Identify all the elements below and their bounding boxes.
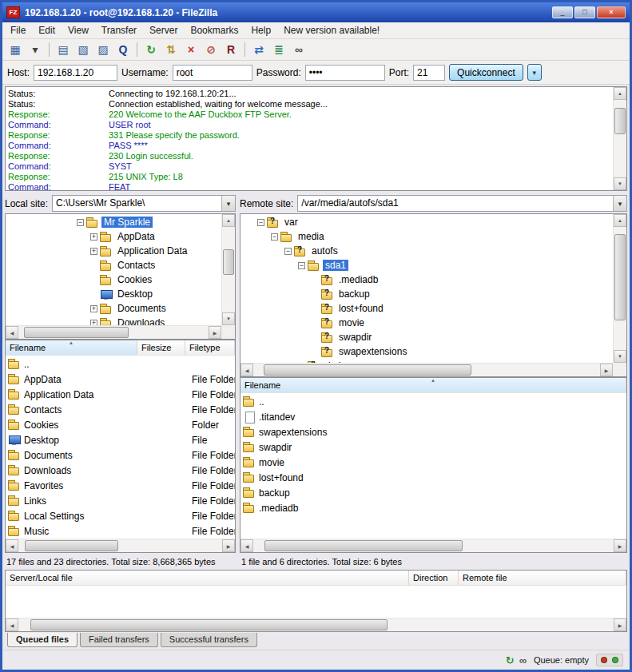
process-queue-icon[interactable]: ⇅	[161, 41, 181, 58]
site-manager-dropdown-icon[interactable]: ▾	[26, 41, 45, 58]
queue-hscroll[interactable]	[6, 618, 626, 631]
column-header-filename[interactable]: Filename▴	[6, 340, 137, 355]
local-tree-item[interactable]: Contacts	[6, 258, 221, 272]
toggle-local-tree-icon[interactable]: ▧	[74, 41, 93, 58]
scroll-left-button[interactable]	[6, 618, 18, 631]
port-input[interactable]	[413, 65, 445, 81]
toggle-remote-tree-icon[interactable]: ▨	[93, 41, 113, 58]
minimize-button[interactable]: _	[552, 6, 573, 18]
username-input[interactable]	[173, 65, 252, 81]
sync-browsing-status-icon[interactable]: ∞	[519, 654, 527, 666]
menu-item-new-version-available-[interactable]: New version available!	[277, 23, 386, 38]
scrollbar-thumb[interactable]	[264, 540, 463, 551]
tab-failed-transfers[interactable]: Failed transfers	[80, 633, 158, 647]
remote-tree-item[interactable]: ?movie	[240, 316, 613, 330]
remote-file-row[interactable]: .mediadb	[240, 500, 626, 515]
local-tree-vscroll[interactable]	[221, 214, 235, 325]
directory-comparison-icon[interactable]: ≣	[269, 41, 288, 58]
column-header-remote-file[interactable]: Remote file	[459, 571, 626, 585]
column-header-filesize[interactable]: Filesize	[137, 340, 185, 355]
close-button[interactable]: ×	[597, 6, 626, 18]
message-log-scrollbar[interactable]	[613, 87, 626, 190]
remote-tree-vscroll[interactable]	[613, 214, 626, 363]
column-header-filename[interactable]: Filename▴	[240, 378, 626, 392]
remote-tree-item[interactable]: ?.mediadb	[240, 272, 613, 287]
remote-list-hscroll[interactable]	[240, 539, 626, 552]
title-bar[interactable]: FZ 192.168.1.20 - root@192.168.1.20 - Fi…	[2, 2, 630, 22]
local-file-row[interactable]: ContactsFile Folder	[6, 402, 235, 417]
scroll-up-button[interactable]	[222, 214, 235, 227]
remote-file-row[interactable]: .titandev	[240, 409, 626, 424]
password-input[interactable]	[305, 65, 385, 81]
column-header-server-local-file[interactable]: Server/Local file	[6, 571, 409, 585]
collapse-box[interactable]: −	[284, 248, 292, 255]
remote-file-row[interactable]: ..	[240, 394, 626, 409]
cancel-icon[interactable]: ×	[181, 41, 201, 58]
host-input[interactable]	[34, 65, 117, 81]
local-tree-item[interactable]: +Application Data	[6, 244, 221, 258]
maximize-button[interactable]: □	[574, 6, 595, 18]
site-manager-icon[interactable]: ▦	[6, 41, 25, 58]
column-header-direction[interactable]: Direction	[409, 571, 459, 585]
local-tree-item[interactable]: +Documents	[6, 301, 221, 316]
local-tree-item[interactable]: Cookies	[6, 272, 221, 287]
local-tree-hscroll[interactable]	[6, 325, 221, 339]
expand-box[interactable]: +	[90, 320, 97, 326]
scrollbar-thumb[interactable]	[30, 619, 388, 630]
menu-item-help[interactable]: Help	[244, 23, 277, 38]
menu-item-view[interactable]: View	[62, 23, 95, 38]
local-site-combo[interactable]: C:\Users\Mr Sparkle\	[52, 195, 236, 212]
local-file-row[interactable]: CookiesFolder	[6, 417, 235, 432]
scroll-right-button[interactable]	[600, 364, 613, 376]
find-files-icon[interactable]: ∞	[289, 41, 308, 58]
local-file-row[interactable]: MusicFile Folder	[6, 523, 235, 539]
synchronized-browsing-icon[interactable]: ⇄	[249, 41, 268, 58]
quickconnect-dropdown-button[interactable]	[527, 64, 542, 81]
scroll-down-button[interactable]	[614, 177, 626, 190]
scrollbar-thumb[interactable]	[25, 540, 118, 551]
menu-item-transfer[interactable]: Transfer	[95, 23, 143, 38]
toggle-transfer-queue-icon[interactable]: Q	[113, 41, 133, 58]
local-file-row[interactable]: DesktopFile	[6, 432, 235, 447]
scrollbar-thumb[interactable]	[223, 249, 234, 275]
local-file-row[interactable]: ..	[6, 356, 235, 372]
column-header-filetype[interactable]: Filetype	[185, 340, 235, 355]
remote-tree-hscroll[interactable]	[240, 363, 613, 376]
scroll-left-button[interactable]	[240, 539, 253, 552]
scroll-up-button[interactable]	[614, 87, 626, 100]
remote-tree-item[interactable]: −?autofs	[240, 244, 613, 258]
scroll-down-button[interactable]	[614, 350, 626, 363]
menu-item-edit[interactable]: Edit	[32, 23, 62, 38]
scroll-down-button[interactable]	[222, 312, 235, 325]
local-tree-item[interactable]: −Mr Sparkle	[6, 215, 221, 229]
scroll-right-button[interactable]	[614, 539, 626, 552]
collapse-box[interactable]: −	[298, 262, 305, 269]
local-list-hscroll[interactable]	[6, 539, 235, 552]
scrollbar-thumb[interactable]	[614, 234, 626, 320]
scroll-left-button[interactable]	[6, 539, 18, 552]
expand-box[interactable]: +	[90, 305, 97, 312]
scrollbar-thumb[interactable]	[614, 108, 626, 134]
remote-file-row[interactable]: swapextensions	[240, 424, 626, 439]
scrollbar-thumb[interactable]	[24, 327, 129, 338]
remote-tree-item[interactable]: ?swapextensions	[240, 344, 613, 359]
local-file-row[interactable]: Local SettingsFile Folder	[6, 508, 235, 523]
remote-tree-item[interactable]: −media	[240, 229, 613, 244]
local-file-row[interactable]: LinksFile Folder	[6, 493, 235, 508]
tab-successful-transfers[interactable]: Successful transfers	[161, 633, 257, 647]
remote-file-row[interactable]: swapdir	[240, 439, 626, 455]
remote-site-combo[interactable]: /var/media/autofs/sda1	[297, 195, 627, 212]
expand-box[interactable]: +	[90, 233, 97, 241]
scroll-right-button[interactable]	[614, 618, 626, 631]
refresh-icon[interactable]: ↻	[141, 41, 161, 58]
scroll-left-button[interactable]	[240, 364, 253, 376]
chevron-down-icon[interactable]	[613, 196, 626, 211]
scrollbar-thumb[interactable]	[264, 364, 471, 376]
local-file-row[interactable]: DocumentsFile Folder	[6, 447, 235, 463]
directory-comparison-status-icon[interactable]: ↻	[506, 654, 515, 666]
remote-tree-item[interactable]: −sda1	[240, 258, 613, 272]
remote-file-row[interactable]: lost+found	[240, 470, 626, 485]
toggle-message-log-icon[interactable]: ▤	[54, 41, 73, 58]
expand-box[interactable]: +	[90, 248, 97, 255]
disconnect-icon[interactable]: ⊘	[201, 41, 221, 58]
